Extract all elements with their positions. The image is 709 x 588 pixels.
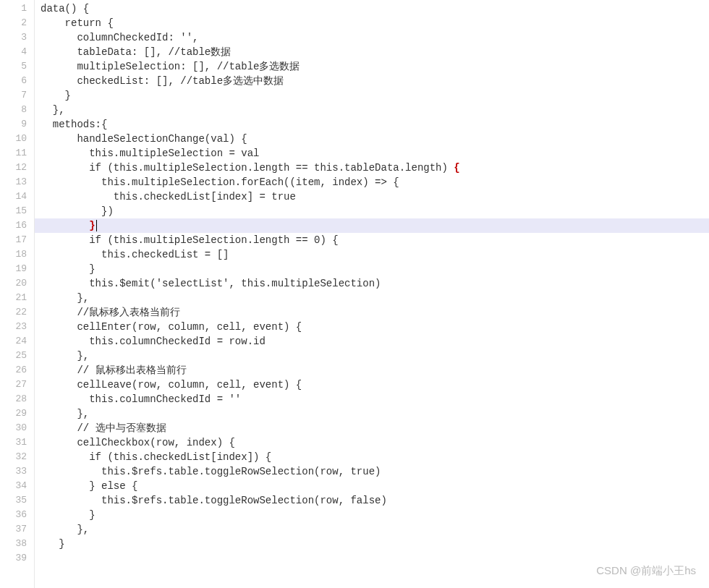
code-area[interactable]: data() { return { columnCheckedId: '', t… bbox=[35, 0, 709, 588]
code-text: this.columnCheckedId = row.id bbox=[41, 336, 266, 347]
code-line[interactable]: this.$refs.table.toggleRowSelection(row,… bbox=[41, 464, 709, 479]
line-number: 7 bbox=[0, 88, 34, 103]
matching-brace: } bbox=[89, 220, 95, 231]
code-line[interactable]: }, bbox=[41, 406, 709, 421]
line-number: 10 bbox=[0, 132, 34, 146]
line-number: 8 bbox=[0, 103, 34, 117]
line-number: 38 bbox=[0, 537, 34, 551]
code-text: cellCheckbox(row, index) { bbox=[41, 437, 235, 448]
code-line[interactable]: handleSelectionChange(val) { bbox=[41, 132, 709, 146]
code-line[interactable]: data() { bbox=[41, 1, 709, 16]
code-line[interactable]: cellLeave(row, column, cell, event) { bbox=[41, 378, 709, 392]
code-line[interactable]: return { bbox=[41, 16, 709, 30]
code-line[interactable]: } bbox=[41, 262, 709, 276]
line-number: 37 bbox=[0, 522, 34, 537]
code-editor: 1234567891011121314151617181920212223242… bbox=[0, 0, 709, 588]
text-cursor bbox=[96, 220, 97, 231]
code-text: cellEnter(row, column, cell, event) { bbox=[41, 321, 302, 333]
line-number: 16 bbox=[0, 218, 34, 233]
line-gutter: 1234567891011121314151617181920212223242… bbox=[0, 0, 35, 588]
line-number: 14 bbox=[0, 189, 34, 204]
line-number: 2 bbox=[0, 16, 34, 30]
code-line[interactable]: //鼠标移入表格当前行 bbox=[41, 305, 709, 320]
line-number: 18 bbox=[0, 247, 34, 262]
code-text: }, bbox=[41, 350, 89, 362]
code-line[interactable]: if (this.multipleSelection.length == 0) … bbox=[41, 233, 709, 247]
code-text: } bbox=[41, 538, 65, 550]
code-line[interactable]: }, bbox=[41, 103, 709, 117]
code-line[interactable]: cellCheckbox(row, index) { bbox=[41, 435, 709, 450]
code-line[interactable]: this.multipleSelection.forEach((item, in… bbox=[41, 175, 709, 189]
code-text: cellLeave(row, column, cell, event) { bbox=[41, 379, 302, 391]
code-line[interactable]: }) bbox=[41, 204, 709, 218]
code-line[interactable]: // 选中与否塞数据 bbox=[41, 421, 709, 435]
line-number: 27 bbox=[0, 378, 34, 392]
code-line[interactable]: this.checkedList[index] = true bbox=[41, 189, 709, 204]
code-text: }, bbox=[41, 524, 89, 535]
code-text: this.multipleSelection = val bbox=[41, 148, 259, 159]
code-line[interactable]: if (this.checkedList[index]) { bbox=[41, 450, 709, 464]
line-number: 4 bbox=[0, 45, 34, 59]
code-text: this.$refs.table.toggleRowSelection(row,… bbox=[41, 466, 381, 477]
code-text: if (this.checkedList[index]) { bbox=[41, 451, 271, 463]
line-number: 34 bbox=[0, 479, 34, 493]
line-number: 36 bbox=[0, 508, 34, 522]
code-text: // 鼠标移出表格当前行 bbox=[41, 365, 187, 376]
code-line[interactable]: } bbox=[35, 218, 709, 233]
code-text: }, bbox=[41, 292, 89, 304]
code-line[interactable]: if (this.multipleSelection.length == thi… bbox=[41, 161, 709, 175]
code-text: tableData: [], //table数据 bbox=[41, 46, 231, 58]
code-line[interactable]: } bbox=[41, 537, 709, 551]
code-text: } else { bbox=[41, 480, 137, 492]
line-number: 6 bbox=[0, 74, 34, 88]
code-line[interactable]: }, bbox=[41, 349, 709, 363]
code-line[interactable]: // 鼠标移出表格当前行 bbox=[41, 363, 709, 378]
code-line[interactable]: this.columnCheckedId = '' bbox=[41, 392, 709, 406]
code-line[interactable] bbox=[41, 551, 709, 566]
code-line[interactable]: }, bbox=[41, 522, 709, 537]
code-text: }, bbox=[41, 408, 89, 419]
line-number: 32 bbox=[0, 450, 34, 464]
line-number: 12 bbox=[0, 161, 34, 175]
line-number: 9 bbox=[0, 117, 34, 132]
line-number: 3 bbox=[0, 30, 34, 45]
code-text bbox=[41, 220, 89, 231]
code-line[interactable]: checkedList: [], //table多选选中数据 bbox=[41, 74, 709, 88]
line-number: 31 bbox=[0, 435, 34, 450]
code-text: this.checkedList[index] = true bbox=[41, 191, 296, 203]
line-number: 11 bbox=[0, 146, 34, 161]
code-line[interactable]: this.$emit('selectList', this.multipleSe… bbox=[41, 276, 709, 291]
code-line[interactable]: multipleSelection: [], //table多选数据 bbox=[41, 59, 709, 74]
code-line[interactable]: this.checkedList = [] bbox=[41, 247, 709, 262]
code-text: }) bbox=[41, 205, 114, 217]
code-text: checkedList: [], //table多选选中数据 bbox=[41, 75, 284, 87]
matching-brace: { bbox=[454, 162, 459, 174]
line-number: 17 bbox=[0, 233, 34, 247]
line-number: 26 bbox=[0, 363, 34, 378]
code-line[interactable]: cellEnter(row, column, cell, event) { bbox=[41, 320, 709, 334]
code-line[interactable]: } bbox=[41, 508, 709, 522]
code-line[interactable]: } else { bbox=[41, 479, 709, 493]
line-number: 19 bbox=[0, 262, 34, 276]
code-line[interactable]: methods:{ bbox=[41, 117, 709, 132]
code-text: return { bbox=[41, 17, 114, 29]
code-line[interactable]: this.multipleSelection = val bbox=[41, 146, 709, 161]
line-number: 22 bbox=[0, 305, 34, 320]
code-text: }, bbox=[41, 104, 65, 116]
code-text: multipleSelection: [], //table多选数据 bbox=[41, 61, 300, 72]
code-line[interactable]: } bbox=[41, 88, 709, 103]
line-number: 39 bbox=[0, 551, 34, 566]
code-line[interactable]: this.columnCheckedId = row.id bbox=[41, 334, 709, 349]
line-number: 1 bbox=[0, 1, 34, 16]
code-text: } bbox=[41, 263, 95, 275]
code-text: if (this.multipleSelection.length == thi… bbox=[41, 162, 454, 174]
line-number: 28 bbox=[0, 392, 34, 406]
code-text: if (this.multipleSelection.length == 0) … bbox=[41, 234, 339, 246]
line-number: 24 bbox=[0, 334, 34, 349]
line-number: 21 bbox=[0, 291, 34, 305]
code-line[interactable]: this.$refs.table.toggleRowSelection(row,… bbox=[41, 493, 709, 508]
code-line[interactable]: columnCheckedId: '', bbox=[41, 30, 709, 45]
code-line[interactable]: }, bbox=[41, 291, 709, 305]
code-line[interactable]: tableData: [], //table数据 bbox=[41, 45, 709, 59]
line-number: 30 bbox=[0, 421, 34, 435]
